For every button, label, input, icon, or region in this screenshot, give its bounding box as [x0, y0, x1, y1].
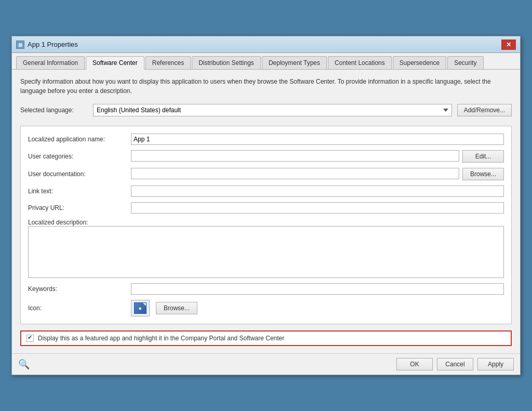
icon-image: ■ — [134, 302, 147, 314]
browse-doc-button[interactable]: Browse... — [462, 168, 504, 180]
add-remove-button[interactable]: Add/Remove... — [457, 104, 512, 116]
localized-desc-row: Localized description: — [28, 219, 504, 278]
description-text: Specify information about how you want t… — [20, 77, 512, 96]
featured-label: Display this as a featured app and highl… — [38, 335, 284, 342]
keywords-input[interactable] — [131, 283, 504, 295]
tab-security[interactable]: Security — [447, 56, 483, 69]
title-bar-left: ▦ App 1 Properties — [16, 41, 78, 49]
user-doc-input-group: Browse... — [131, 168, 504, 180]
user-categories-input-group: Edit... — [131, 150, 504, 163]
browse-icon-button[interactable]: Browse... — [156, 302, 197, 314]
tabs-container: General Information Software Center Refe… — [12, 53, 520, 70]
user-doc-input[interactable] — [131, 168, 459, 179]
language-select[interactable]: English (United States) default — [93, 104, 452, 116]
tab-content-area: Specify information about how you want t… — [12, 70, 520, 353]
edit-button[interactable]: Edit... — [462, 150, 504, 163]
user-categories-label: User categories: — [28, 153, 127, 160]
keywords-row: Keywords: — [28, 283, 504, 295]
app-properties-window: ▦ App 1 Properties ✕ General Information… — [11, 36, 521, 375]
privacy-url-row: Privacy URL: — [28, 202, 504, 214]
app-name-input[interactable] — [131, 134, 504, 145]
user-categories-row: User categories: Edit... — [28, 150, 504, 163]
icon-preview: ■ — [131, 300, 150, 316]
tab-references[interactable]: References — [145, 56, 191, 69]
link-text-row: Link text: — [28, 185, 504, 197]
tab-supersedence[interactable]: Supersedence — [393, 56, 446, 69]
tab-distribution-settings[interactable]: Distribution Settings — [192, 56, 261, 69]
tab-deployment-types[interactable]: Deployment Types — [262, 56, 327, 69]
localized-desc-label: Localized description: — [28, 219, 504, 226]
title-bar: ▦ App 1 Properties ✕ — [12, 36, 520, 53]
apply-button[interactable]: Apply — [477, 358, 514, 370]
featured-checkbox[interactable] — [26, 335, 34, 342]
close-button[interactable]: ✕ — [501, 39, 516, 50]
tab-content-locations[interactable]: Content Locations — [328, 56, 392, 69]
app-name-row: Localized application name: — [28, 134, 504, 145]
privacy-url-input[interactable] — [131, 202, 504, 214]
window-icon: ▦ — [16, 41, 24, 49]
app-name-label: Localized application name: — [28, 136, 127, 143]
link-text-input[interactable] — [131, 185, 504, 197]
localized-desc-textarea[interactable] — [28, 226, 504, 278]
link-text-label: Link text: — [28, 188, 127, 195]
user-doc-label: User documentation: — [28, 170, 127, 178]
privacy-url-label: Privacy URL: — [28, 204, 127, 211]
search-icon: 🔍 — [18, 359, 30, 370]
user-categories-input[interactable] — [131, 150, 459, 162]
user-doc-row: User documentation: Browse... — [28, 168, 504, 180]
icon-row: Icon: ■ Browse... — [28, 300, 504, 316]
bottom-bar: 🔍 OK Cancel Apply — [12, 353, 520, 375]
tab-software-center[interactable]: Software Center — [86, 56, 144, 70]
form-section: Localized application name: User categor… — [20, 126, 512, 324]
tab-general-information[interactable]: General Information — [16, 56, 85, 69]
cancel-button[interactable]: Cancel — [437, 358, 473, 370]
featured-checkbox-row: Display this as a featured app and highl… — [20, 330, 512, 346]
bottom-left: 🔍 — [18, 359, 30, 370]
keywords-label: Keywords: — [28, 285, 127, 293]
language-row: Selected language: English (United State… — [20, 104, 512, 116]
icon-label: Icon: — [28, 304, 127, 312]
window-title: App 1 Properties — [28, 41, 78, 48]
language-label: Selected language: — [20, 107, 88, 114]
ok-button[interactable]: OK — [396, 358, 433, 370]
bottom-right: OK Cancel Apply — [396, 358, 514, 370]
